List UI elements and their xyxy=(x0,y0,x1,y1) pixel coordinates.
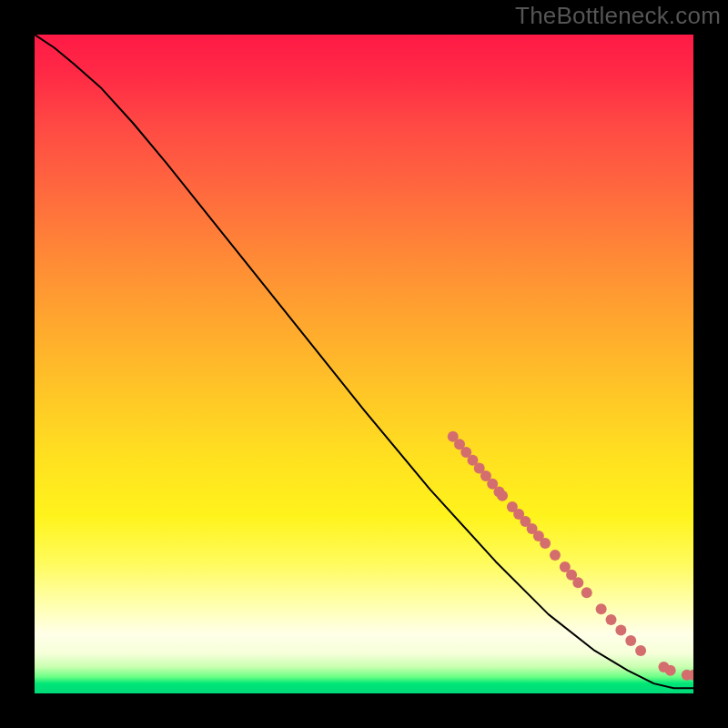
curve-marker xyxy=(596,603,607,614)
plot-svg xyxy=(35,35,693,693)
curve-marker xyxy=(581,587,592,598)
plot-area xyxy=(35,35,693,693)
curve-marker xyxy=(615,625,626,636)
watermark-text: TheBottleneck.com xyxy=(515,2,721,30)
curve-marker xyxy=(665,665,676,676)
curve-marker xyxy=(540,538,551,549)
curve-marker xyxy=(606,614,617,625)
curve-marker xyxy=(625,635,636,646)
curve-markers xyxy=(448,431,693,681)
curve-marker xyxy=(497,490,508,501)
curve-marker xyxy=(572,577,583,588)
curve-marker xyxy=(635,645,646,656)
chart-frame: TheBottleneck.com xyxy=(0,0,728,728)
bottleneck-curve xyxy=(35,35,693,688)
curve-marker xyxy=(550,550,561,561)
